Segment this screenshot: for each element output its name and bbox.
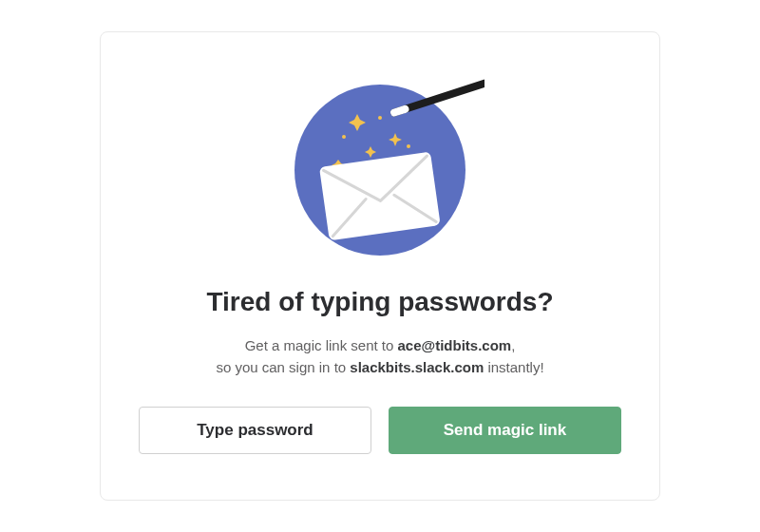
svg-rect-10 xyxy=(319,151,441,240)
subtext-email: ace@tidbits.com xyxy=(398,337,512,353)
subtext: Get a magic link sent to ace@tidbits.com… xyxy=(139,334,621,379)
button-row: Type password Send magic link xyxy=(139,407,621,454)
send-magic-link-button[interactable]: Send magic link xyxy=(389,407,621,454)
subtext-line2-suffix: instantly! xyxy=(484,359,543,375)
subtext-workspace-url: slackbits.slack.com xyxy=(350,359,484,375)
magic-link-illustration xyxy=(276,70,484,260)
svg-point-7 xyxy=(378,116,382,120)
subtext-comma: , xyxy=(511,337,515,353)
svg-point-8 xyxy=(342,135,346,139)
subtext-line2-prefix: so you can sign in to xyxy=(216,359,350,375)
subtext-line1-prefix: Get a magic link sent to xyxy=(245,337,398,353)
heading: Tired of typing passwords? xyxy=(139,287,621,317)
magic-link-card: Tired of typing passwords? Get a magic l… xyxy=(100,31,660,502)
svg-point-9 xyxy=(407,144,410,148)
type-password-button[interactable]: Type password xyxy=(139,407,371,454)
